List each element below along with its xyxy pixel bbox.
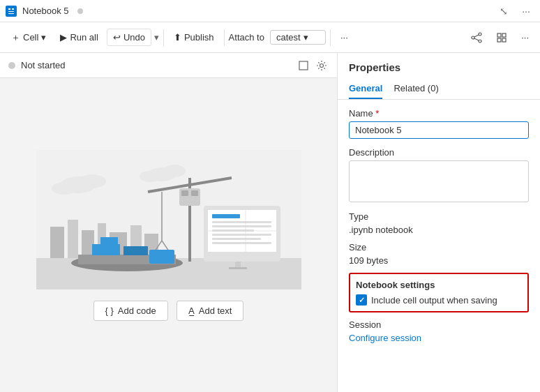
- svg-line-8: [474, 35, 479, 37]
- publish-icon: ⬆: [174, 32, 181, 43]
- notebook-illustration: [36, 150, 301, 289]
- name-input[interactable]: [349, 121, 529, 139]
- svg-rect-29: [100, 237, 118, 246]
- svg-rect-4: [8, 13, 14, 14]
- divider-3: [330, 29, 331, 46]
- divider-2: [224, 29, 225, 46]
- svg-point-54: [52, 182, 77, 195]
- run-all-button[interactable]: ▶ Run all: [54, 29, 103, 45]
- settings-row: Include cell output when saving: [356, 294, 522, 306]
- svg-rect-1: [8, 8, 10, 10]
- session-label: Session: [349, 319, 529, 330]
- configure-session-link[interactable]: Configure session: [349, 333, 421, 343]
- window-title: Notebook 5: [22, 6, 69, 16]
- svg-rect-35: [191, 190, 198, 196]
- size-value: 109 bytes: [349, 255, 529, 266]
- properties-body: Name * Description Type .ipynb notebook …: [338, 100, 540, 392]
- svg-rect-3: [8, 11, 14, 12]
- size-label: Size: [349, 242, 529, 252]
- toolbar: ＋ Cell ▾ ▶ Run all ↩ Undo ▾ ⬆ Publish At…: [0, 22, 540, 53]
- title-bar: Notebook 5 ⤡ ···: [0, 0, 540, 22]
- svg-point-56: [163, 165, 186, 177]
- notebook-settings-title: Notebook settings: [356, 280, 522, 290]
- description-textarea[interactable]: [349, 160, 529, 202]
- svg-rect-47: [212, 242, 271, 244]
- add-buttons: { } Add code A̲ Add text: [93, 301, 244, 321]
- svg-rect-51: [229, 267, 247, 269]
- play-icon: ▶: [60, 32, 67, 43]
- properties-header: Properties: [338, 53, 540, 79]
- status-bar: Not started: [0, 53, 337, 78]
- plus-icon: ＋: [11, 31, 20, 44]
- svg-rect-34: [181, 190, 188, 196]
- code-braces-icon: { }: [105, 306, 114, 316]
- svg-rect-28: [123, 246, 148, 255]
- restore-button[interactable]: ⤡: [495, 3, 512, 20]
- svg-rect-38: [149, 250, 174, 264]
- svg-rect-12: [497, 38, 501, 42]
- status-text: Not started: [21, 60, 291, 70]
- more-button[interactable]: ···: [518, 3, 534, 20]
- svg-rect-46: [212, 238, 261, 240]
- svg-point-15: [320, 63, 324, 67]
- add-code-button[interactable]: { } Add code: [93, 301, 168, 321]
- svg-rect-2: [12, 8, 14, 10]
- text-icon: A̲: [188, 306, 195, 316]
- cell-dropdown-icon: ▾: [41, 32, 46, 43]
- description-label: Description: [349, 147, 529, 158]
- notebook-icon: [6, 6, 17, 17]
- svg-line-9: [474, 38, 479, 40]
- share-icon[interactable]: [465, 29, 488, 46]
- attach-dropdown-icon: ▾: [303, 32, 308, 43]
- svg-rect-11: [502, 33, 506, 37]
- undo-dropdown-icon[interactable]: ▾: [154, 32, 159, 43]
- svg-rect-45: [212, 234, 271, 236]
- left-panel: Not started: [0, 53, 338, 392]
- attach-value: catest: [276, 32, 301, 43]
- publish-button[interactable]: ⬆ Publish: [168, 29, 220, 45]
- toolbar-more-button[interactable]: ···: [516, 29, 534, 45]
- svg-rect-44: [212, 229, 254, 232]
- unsaved-dot: [77, 8, 83, 14]
- tab-related[interactable]: Related (0): [393, 79, 438, 99]
- properties-tabs: General Related (0): [338, 79, 540, 100]
- name-label: Name *: [349, 108, 529, 119]
- svg-point-5: [479, 33, 481, 36]
- divider-1: [163, 29, 164, 46]
- status-dot: [8, 62, 15, 69]
- grid-icon[interactable]: [490, 29, 513, 46]
- properties-panel: Properties General Related (0) Name * De…: [338, 53, 540, 392]
- notebook-area: { } Add code A̲ Add text: [0, 78, 337, 392]
- type-label: Type: [349, 211, 529, 222]
- add-text-button[interactable]: A̲ Add text: [177, 301, 244, 321]
- gear-icon[interactable]: [315, 59, 329, 73]
- attach-select[interactable]: catest ▾: [270, 30, 326, 45]
- main-layout: Not started: [0, 53, 540, 392]
- svg-point-7: [479, 40, 481, 43]
- svg-rect-14: [299, 61, 308, 70]
- square-icon[interactable]: [297, 59, 310, 73]
- add-cell-button[interactable]: ＋ Cell ▾: [6, 29, 52, 47]
- tab-general[interactable]: General: [349, 79, 382, 99]
- svg-rect-42: [212, 221, 271, 223]
- notebook-settings-box: Notebook settings Include cell output wh…: [349, 273, 529, 312]
- svg-rect-43: [212, 225, 271, 227]
- svg-point-53: [78, 174, 106, 188]
- status-icons: [297, 59, 329, 73]
- svg-point-6: [472, 36, 474, 39]
- svg-rect-13: [502, 38, 506, 42]
- undo-button[interactable]: ↩ Undo: [107, 29, 151, 46]
- svg-rect-10: [497, 33, 501, 37]
- more-options-button[interactable]: ···: [335, 29, 354, 45]
- include-output-label: Include cell output when saving: [371, 295, 497, 306]
- include-output-checkbox[interactable]: [356, 294, 367, 306]
- required-asterisk: *: [375, 108, 379, 119]
- attach-to-label: Attach to: [229, 32, 264, 43]
- svg-rect-27: [92, 244, 120, 255]
- svg-point-57: [140, 171, 160, 182]
- type-value: .ipynb notebook: [349, 225, 529, 235]
- undo-icon: ↩: [113, 32, 121, 43]
- svg-rect-41: [212, 214, 240, 218]
